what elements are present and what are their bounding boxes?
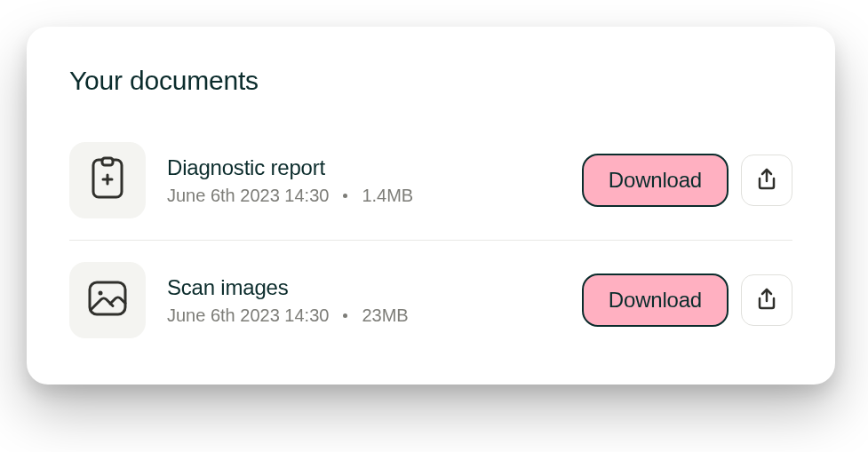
card-title: Your documents <box>69 66 792 96</box>
document-icon-box <box>69 142 146 218</box>
document-date: June 6th 2023 14:30 <box>167 186 329 206</box>
document-size: 23MB <box>362 305 408 326</box>
share-button[interactable] <box>741 155 792 206</box>
document-meta: June 6th 2023 14:30 1.4MB <box>167 186 561 206</box>
document-size: 1.4MB <box>362 186 413 206</box>
svg-rect-0 <box>102 158 113 165</box>
document-meta: June 6th 2023 14:30 23MB <box>167 305 561 326</box>
meta-separator <box>343 313 347 318</box>
share-button[interactable] <box>741 274 792 326</box>
documents-card: Your documents Diagnostic report June 6t… <box>27 27 835 385</box>
document-row: Scan images June 6th 2023 14:30 23MB Dow… <box>69 248 792 353</box>
document-date: June 6th 2023 14:30 <box>167 305 329 326</box>
download-button[interactable]: Download <box>582 154 729 207</box>
meta-separator <box>343 194 347 198</box>
document-name: Scan images <box>167 275 561 300</box>
document-info: Scan images June 6th 2023 14:30 23MB <box>167 275 561 326</box>
document-actions: Download <box>582 274 792 327</box>
image-icon <box>86 279 129 321</box>
document-info: Diagnostic report June 6th 2023 14:30 1.… <box>167 155 561 206</box>
divider <box>69 240 792 241</box>
share-icon <box>755 167 778 194</box>
document-icon-box <box>69 262 146 338</box>
share-icon <box>755 287 778 314</box>
document-actions: Download <box>582 154 792 207</box>
document-row: Diagnostic report June 6th 2023 14:30 1.… <box>69 128 792 233</box>
svg-point-5 <box>99 291 103 296</box>
document-name: Diagnostic report <box>167 155 561 180</box>
download-button[interactable]: Download <box>582 274 729 327</box>
clipboard-icon <box>88 156 127 204</box>
